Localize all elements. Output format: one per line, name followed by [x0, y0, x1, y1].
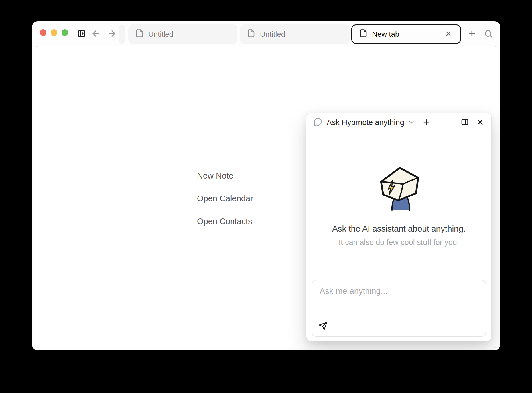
tab-label: Untitled	[260, 30, 285, 39]
new-tab-button[interactable]	[466, 27, 478, 40]
split-view-icon	[460, 118, 469, 127]
close-icon	[444, 30, 452, 39]
assistant-composer	[312, 280, 486, 337]
send-icon	[318, 322, 328, 331]
tab-new-tab-active[interactable]: New tab	[351, 24, 461, 44]
tab-label: New tab	[372, 30, 399, 39]
close-panel-button[interactable]	[476, 118, 484, 127]
tab-strip-divider	[119, 24, 125, 44]
plus-icon	[467, 29, 476, 38]
close-tab-button[interactable]	[444, 29, 453, 39]
main-content: New Note Open Calendar Open Contacts Ask…	[34, 46, 498, 348]
tab-label: Untitled	[148, 30, 173, 39]
arrow-right-icon	[107, 29, 117, 38]
tab-untitled-1[interactable]: Untitled	[128, 24, 237, 44]
chevron-down-icon	[408, 118, 415, 127]
empty-state-subheading: It can also do few cool stuff for you.	[339, 238, 459, 247]
forward-button[interactable]	[106, 27, 118, 40]
open-calendar-link[interactable]: Open Calendar	[197, 194, 253, 203]
file-icon	[359, 29, 367, 40]
conversation-dropdown-button[interactable]	[408, 118, 415, 127]
toggle-sidebar-button[interactable]	[75, 27, 88, 40]
zoom-window-button[interactable]	[62, 29, 68, 36]
close-window-button[interactable]	[40, 29, 46, 36]
file-icon	[135, 29, 144, 40]
app-window: Untitled Untitled New tab	[32, 21, 500, 350]
hyprnote-mascot-illustration	[377, 165, 420, 213]
traffic-lights	[40, 29, 68, 36]
open-contacts-link[interactable]: Open Contacts	[197, 216, 253, 226]
assistant-panel-header: Ask Hyprnote anything	[306, 113, 491, 132]
send-message-button[interactable]	[317, 321, 329, 332]
panel-left-open-icon	[77, 29, 86, 38]
back-button[interactable]	[90, 27, 102, 40]
assistant-panel-title[interactable]: Ask Hyprnote anything	[327, 118, 404, 127]
tab-untitled-2[interactable]: Untitled	[240, 24, 350, 44]
assistant-input[interactable]	[312, 280, 486, 336]
assistant-empty-state: Ask the AI assistant about anything. It …	[306, 132, 491, 280]
file-icon	[247, 29, 255, 40]
dock-to-side-button[interactable]	[460, 118, 469, 127]
plus-icon	[422, 118, 431, 127]
minimize-window-button[interactable]	[51, 29, 57, 36]
new-chat-button[interactable]	[422, 118, 431, 127]
tab-bar: Untitled Untitled New tab	[32, 21, 500, 46]
search-tabs-button[interactable]	[482, 28, 495, 40]
chat-bubble-icon	[313, 117, 322, 128]
search-icon	[484, 29, 493, 38]
arrow-left-icon	[91, 29, 101, 38]
quick-links: New Note Open Calendar Open Contacts	[197, 171, 253, 226]
ai-assistant-panel: Ask Hyprnote anything	[306, 113, 492, 341]
empty-state-heading: Ask the AI assistant about anything.	[332, 224, 466, 234]
new-note-link[interactable]: New Note	[197, 171, 253, 181]
close-icon	[476, 118, 484, 127]
